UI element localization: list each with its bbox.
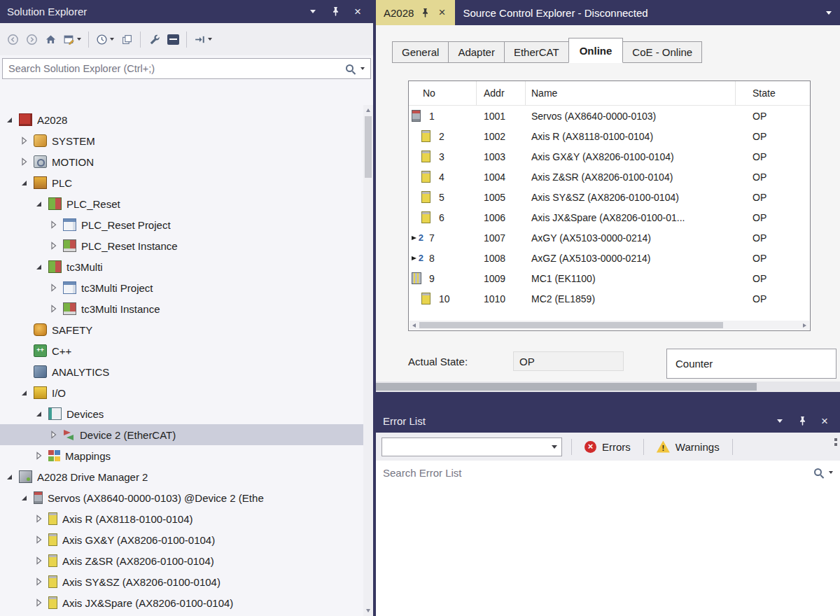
toolbar-overflow-icon[interactable]: [834, 438, 837, 441]
filter-dropdown-icon[interactable]: [110, 38, 114, 41]
window-position-dropdown-icon[interactable]: [774, 416, 785, 427]
online-row-1[interactable]: 11001Servos (AX8640-0000-0103)OP: [409, 106, 810, 126]
column-header-name[interactable]: Name: [526, 81, 736, 105]
close-icon[interactable]: ×: [352, 6, 363, 18]
search-icon[interactable]: [345, 64, 356, 74]
page-tab-online[interactable]: Online: [568, 38, 624, 63]
tree-item-plc[interactable]: PLC: [0, 172, 363, 193]
document-horizontal-scrollbar[interactable]: [376, 382, 840, 392]
copy-button[interactable]: [118, 30, 135, 48]
column-header-no[interactable]: No: [409, 81, 477, 105]
expand-arrow-icon[interactable]: [48, 429, 59, 440]
tree-item-mappings[interactable]: Mappings: [0, 445, 363, 466]
home-button[interactable]: [42, 30, 59, 48]
table-horizontal-scrollbar[interactable]: [410, 321, 809, 330]
online-row-9[interactable]: 91009MC1 (EK1100)OP: [409, 268, 810, 288]
tree-item-servos-ax8640-0000-0103-device-2-ethe[interactable]: Servos (AX8640-0000-0103) @Device 2 (Eth…: [0, 487, 363, 508]
tab-list-dropdown-icon[interactable]: [826, 0, 832, 25]
tree-item-axis-gx-y-ax8206-0100-0104[interactable]: Axis GX&Y (AX8206-0100-0104): [0, 529, 363, 550]
tree-item-c[interactable]: C++: [0, 340, 363, 361]
page-tab-coe-online[interactable]: CoE - Online: [622, 41, 702, 63]
online-row-5[interactable]: 51005Axis SY&SZ (AX8206-0100-0104)OP: [409, 187, 810, 207]
expand-arrow-icon[interactable]: [48, 240, 59, 251]
tree-item-a2028-drive-manager-2[interactable]: A2028 Drive Manager 2: [0, 466, 363, 487]
online-row-3[interactable]: 31003Axis GX&Y (AX8206-0100-0104)OP: [409, 146, 810, 167]
page-tab-ethercat[interactable]: EtherCAT: [504, 41, 569, 63]
switch-views-dropdown-icon[interactable]: [77, 38, 81, 41]
tree-vertical-scrollbar[interactable]: [363, 105, 373, 616]
tree-item-plc-reset-instance[interactable]: PLC_Reset Instance: [0, 235, 363, 256]
tree-item-a2028[interactable]: A2028: [0, 109, 363, 130]
tree-item-i-o[interactable]: I/O: [0, 382, 363, 403]
warnings-filter-button[interactable]: Warnings: [653, 441, 723, 453]
expand-arrow-icon[interactable]: [48, 219, 59, 230]
scrollbar-thumb[interactable]: [419, 322, 723, 328]
scrollbar-thumb[interactable]: [376, 383, 757, 391]
combo-dropdown-icon[interactable]: [547, 445, 561, 449]
collapse-arrow-icon[interactable]: [34, 408, 45, 419]
scrollbar-thumb[interactable]: [365, 116, 372, 178]
scroll-up-icon[interactable]: [366, 108, 370, 112]
column-header-addr[interactable]: Addr: [477, 81, 526, 105]
sync-with-active-document-button[interactable]: [192, 30, 214, 48]
online-row-10[interactable]: 101010MC2 (EL1859)OP: [409, 288, 810, 309]
tree-item-tc3multi-instance[interactable]: tc3Multi Instance: [0, 298, 363, 319]
online-row-7[interactable]: 71007AxGY (AX5103-0000-0214)OP: [409, 227, 810, 248]
collapse-arrow-icon[interactable]: [4, 114, 15, 125]
errors-filter-button[interactable]: Errors: [581, 441, 634, 453]
scroll-right-icon[interactable]: [803, 323, 806, 328]
tree-item-tc3multi[interactable]: tc3Multi: [0, 256, 363, 277]
tree-item-devices[interactable]: Devices: [0, 403, 363, 424]
tree-item-device-2-ethercat[interactable]: Device 2 (EtherCAT): [0, 424, 363, 445]
properties-button[interactable]: [146, 30, 162, 48]
collapse-arrow-icon[interactable]: [4, 471, 15, 482]
collapse-arrow-icon[interactable]: [19, 387, 30, 398]
scroll-left-icon[interactable]: [412, 323, 416, 328]
tree-item-axis-jx-spare-ax8206-0100-0104[interactable]: Axis JX&Spare (AX8206-0100-0104): [0, 592, 363, 613]
document-tab-source-control-explorer[interactable]: Source Control Explorer - Disconnected: [455, 0, 655, 25]
filter-button[interactable]: [94, 30, 116, 48]
document-tab-a2028[interactable]: A2028 ×: [376, 0, 455, 25]
online-row-2[interactable]: 21002Axis R (AX8118-0100-0104)OP: [409, 126, 810, 146]
expand-arrow-icon[interactable]: [34, 597, 45, 608]
expand-arrow-icon[interactable]: [19, 135, 30, 146]
online-row-6[interactable]: 61006Axis JX&Spare (AX8206-0100-01...OP: [409, 207, 810, 227]
close-icon[interactable]: ×: [436, 7, 447, 18]
collapse-arrow-icon[interactable]: [34, 261, 45, 272]
close-icon[interactable]: ×: [819, 416, 830, 427]
expand-arrow-icon[interactable]: [48, 303, 59, 314]
online-row-4[interactable]: 41004Axis Z&SR (AX8206-0100-0104)OP: [409, 167, 810, 187]
search-options-dropdown-icon[interactable]: [360, 67, 365, 70]
solution-search-input[interactable]: Search Solution Explorer (Ctrl+;): [2, 58, 371, 79]
column-header-state[interactable]: State: [736, 81, 810, 105]
collapse-arrow-icon[interactable]: [19, 492, 30, 503]
expand-arrow-icon[interactable]: [34, 450, 45, 461]
solution-explorer-titlebar[interactable]: Solution Explorer ×: [0, 0, 373, 23]
expand-arrow-icon[interactable]: [19, 156, 30, 167]
error-list-titlebar[interactable]: Error List ×: [376, 410, 840, 433]
switch-views-button[interactable]: [61, 30, 83, 48]
pin-icon[interactable]: [330, 6, 341, 18]
back-button[interactable]: [4, 30, 21, 48]
expand-arrow-icon[interactable]: [34, 576, 45, 587]
show-all-files-toggle[interactable]: [164, 30, 181, 48]
online-row-8[interactable]: 81008AxGZ (AX5103-0000-0214)OP: [409, 248, 810, 268]
tree-item-plc-reset[interactable]: PLC_Reset: [0, 193, 363, 214]
tree-item-axis-sy-sz-ax8206-0100-0104[interactable]: Axis SY&SZ (AX8206-0100-0104): [0, 571, 363, 592]
sync-dropdown-icon[interactable]: [208, 38, 212, 41]
expand-arrow-icon[interactable]: [34, 555, 45, 566]
scroll-down-icon[interactable]: [366, 609, 370, 612]
expand-arrow-icon[interactable]: [48, 282, 59, 293]
tree-item-tc3multi-project[interactable]: tc3Multi Project: [0, 277, 363, 298]
tree-item-system[interactable]: SYSTEM: [0, 130, 363, 151]
tree-item-axis-r-ax8118-0100-0104[interactable]: Axis R (AX8118-0100-0104): [0, 508, 363, 529]
tree-item-safety[interactable]: SAFETY: [0, 319, 363, 340]
pin-icon[interactable]: [797, 416, 808, 427]
error-scope-combo[interactable]: [382, 438, 562, 456]
expand-arrow-icon[interactable]: [34, 513, 45, 524]
forward-button[interactable]: [23, 30, 40, 48]
tree-item-analytics[interactable]: ANALYTICS: [0, 361, 363, 382]
window-position-dropdown-icon[interactable]: [307, 6, 318, 18]
tree-item-axgy-ax5103-0000-0214-device-2-ethe[interactable]: AxGY (AX5103-0000-0214) @Device 2 (Ethe: [0, 613, 363, 616]
tree-item-motion[interactable]: MOTION: [0, 151, 363, 172]
